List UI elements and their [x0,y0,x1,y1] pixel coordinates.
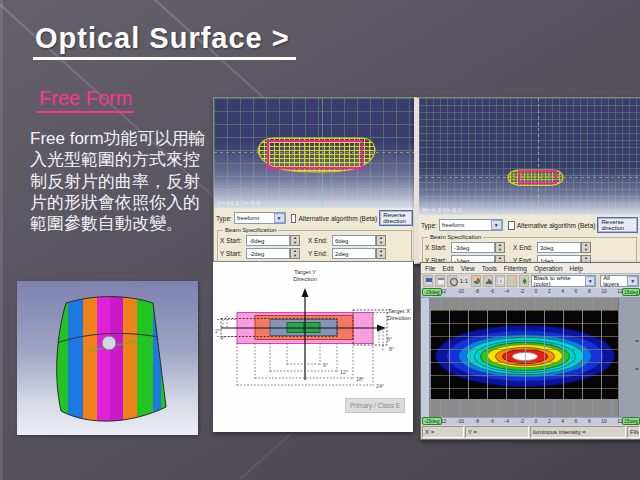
axis-range-tag[interactable]: -15deg [422,288,442,296]
colormap-select[interactable]: Black to white (color) ▼ [531,275,597,287]
menu-item[interactable]: Tools [482,265,497,272]
one-to-one-zoom-button[interactable]: 1:1 [459,278,469,284]
info-icon[interactable]: i [495,275,505,287]
alternative-algorithm-checkbox[interactable] [508,221,515,230]
menu-item[interactable]: Filtering [504,265,527,272]
ruler-value: 6 [575,288,578,294]
save-icon[interactable] [423,275,433,287]
status-x: X = [422,426,464,438]
x-start-field[interactable]: -3deg [451,242,495,253]
ruler-value: -2 [520,418,524,424]
y-range-tag[interactable] [635,340,639,342]
span-left-2deg: 2° [215,328,220,334]
x-end-field[interactable]: 6deg [332,235,376,246]
alternative-algorithm-checkbox[interactable] [291,214,297,223]
type-label: Type: [421,222,437,229]
chevron-down-icon[interactable]: ▼ [585,276,595,286]
freeform-surface-image [17,281,198,435]
y-start-label: Y Start: [220,250,246,257]
right-scroll-strip[interactable] [618,298,640,417]
y-end-field[interactable]: 2deg [332,248,376,259]
status-luminous-intensity: luminous intensity = [530,426,626,438]
ruler-value: 8 [588,418,591,424]
span-right-6deg: 6° [387,336,392,342]
print-icon[interactable] [435,275,445,287]
ruler-value: 2 [548,288,551,294]
x-end-stepper[interactable]: ▲▼ [581,242,591,253]
ruler-value: 10 [601,418,607,424]
luminous-intensity-window: FileEditViewToolsFilteringOperationHelp … [420,262,640,440]
y-end-label: Y End: [308,250,332,257]
y-start-field[interactable]: -2deg [246,248,290,259]
ruler-value: -2 [520,288,524,294]
histogram-icon[interactable] [483,275,493,287]
span-right-8deg: 8° [389,346,394,352]
intensity-heatmap[interactable] [430,310,618,399]
freeform-subtitle: Free Form [37,87,134,113]
target-x-label: Target X [388,308,410,314]
menu-item[interactable]: Edit [442,265,453,272]
menu-item[interactable]: Operation [534,265,563,272]
vertical-ruler [421,298,430,417]
x-start-stepper[interactable]: ▲▼ [290,235,300,246]
reverse-direction-button[interactable]: Reverse direction [597,217,638,233]
axis-range-tag[interactable]: -15deg [422,417,442,425]
axis-range-tag[interactable]: 15deg [622,288,640,296]
x-end-stepper[interactable]: ▲▼ [376,235,386,246]
y-end-stepper[interactable]: ▲▼ [376,248,386,259]
ruler-value: 4 [561,418,564,424]
menu-bar: FileEditViewToolsFilteringOperationHelp [421,263,640,274]
ruler-value: 2 [548,418,551,424]
manipulator-sphere [102,336,116,350]
horizontal-ruler-top: -12-10-8-6-4-2024681012 [421,288,640,298]
span-6deg: 6° [323,362,328,368]
palette-icon[interactable] [471,275,481,287]
type-label: Type: [216,215,232,222]
menu-item[interactable]: File [425,265,435,272]
x-start-field[interactable]: -6deg [246,235,290,246]
ruler-value: 0 [535,418,538,424]
viewport-canvas-a[interactable]: X=-11.1 Y=-6.9 [214,98,415,208]
x-start-label: X Start: [220,237,246,244]
svg-text:Direction: Direction [387,315,411,321]
x-start-stepper[interactable]: ▲▼ [495,242,505,253]
chevron-down-icon[interactable]: ▼ [627,276,638,286]
ruler-value: -8 [475,288,479,294]
tree-icon[interactable] [519,275,529,287]
beam-specification-group: Beam Specification X Start: -6deg ▲▼ X E… [217,230,412,264]
status-filter: Filter = [627,426,640,438]
surface-3d-drawing [17,281,198,435]
x-end-field[interactable]: 3deg [537,242,581,253]
ruler-value: -6 [490,288,494,294]
y-range-tag[interactable] [635,368,639,370]
menu-item[interactable]: View [461,265,475,272]
viewport-canvas-b[interactable]: X= 4.3 Y=-9.0 [419,98,640,215]
y-start-stepper[interactable]: ▲▼ [290,248,300,259]
alternative-algorithm-label: Alternative algorithm (Beta) [298,215,377,222]
primary-class-e-button[interactable]: Primary / Class E [345,398,405,413]
ruler-value: -4 [505,418,509,424]
chevron-down-icon[interactable]: ▼ [491,220,502,230]
ruler-value: 0 [535,288,538,294]
target-y-label: Target Y [294,269,316,275]
ruler-value: 10 [601,288,607,294]
span-18deg: 18° [356,376,364,382]
lightning-icon[interactable] [507,275,517,287]
menu-item[interactable]: Help [570,265,583,272]
chevron-down-icon[interactable]: ▼ [274,213,285,223]
ruler-value: 4 [561,288,564,294]
layers-select[interactable]: All layers ▼ [600,275,639,287]
reverse-direction-button[interactable]: Reverse direction [379,210,413,226]
ruler-value: -4 [505,288,509,294]
span-24deg: 24° [376,383,384,389]
ruler-value: -8 [475,418,479,424]
span-left-4deg: 4° [220,335,225,341]
description-text: Free form功能可以用輸入光型範圍的方式來控制反射片的曲率，反射片的形狀會… [30,128,216,234]
zoom-icon[interactable] [447,275,457,287]
heatmap-grid-overlay [430,310,618,399]
axis-range-tag[interactable]: 15deg [622,417,640,425]
freeform-editor-window-b: X= 4.3 Y=-9.0 Type: freeform ▼ Alternati… [414,97,640,264]
type-select[interactable]: freeform ▼ [439,219,503,231]
type-select[interactable]: freeform ▼ [234,212,286,224]
freeform-form-a: Type: freeform ▼ Alternative algorithm (… [214,208,415,266]
